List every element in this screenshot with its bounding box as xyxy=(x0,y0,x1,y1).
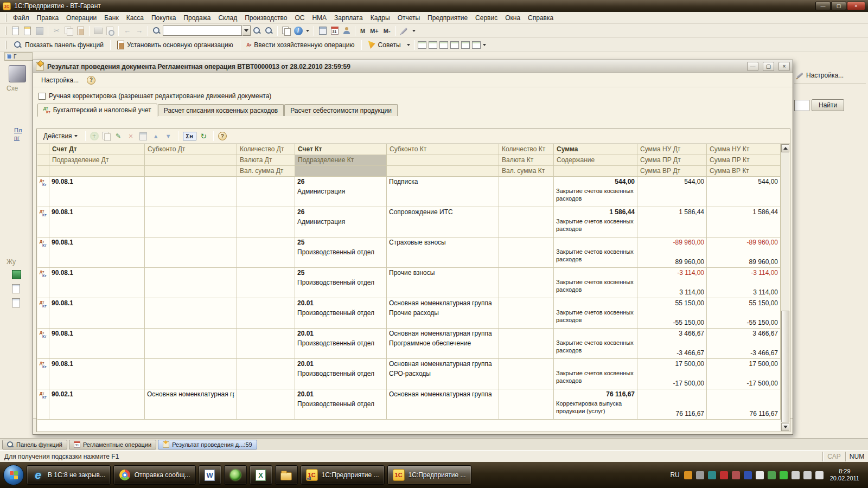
find-previous-icon[interactable] xyxy=(263,25,275,36)
menu-item-16[interactable]: Окна xyxy=(501,13,524,23)
menu-item-5[interactable]: Покупка xyxy=(148,13,180,23)
delete-row-icon[interactable]: × xyxy=(126,131,136,142)
table-cell[interactable]: 26 Администрация xyxy=(295,207,387,237)
table-cell[interactable]: 90.08.1 xyxy=(49,359,145,389)
background-settings-button[interactable]: Настройка... xyxy=(796,72,844,79)
tray-antivirus-icon[interactable] xyxy=(720,471,728,479)
menu-item-3[interactable]: Банк xyxy=(100,13,122,23)
menu-item-10[interactable]: НМА xyxy=(308,13,330,23)
memory-minus-button[interactable]: M- xyxy=(381,27,393,35)
table-cell[interactable]: 90.08.1 xyxy=(49,298,145,329)
table-cell[interactable]: 20.01 Производственный отдел xyxy=(295,389,387,420)
dialog-title-bar[interactable]: Результат проведения документа Регламент… xyxy=(33,60,793,73)
service-wrench-icon[interactable] xyxy=(399,25,410,36)
menu-item-12[interactable]: Кадры xyxy=(367,13,394,23)
table-cell[interactable]: 90.08.1 xyxy=(49,329,145,359)
tray-error-icon[interactable] xyxy=(732,471,740,479)
table-cell[interactable]: 76 116,67 Корректировка выпуска продукци… xyxy=(554,389,637,420)
refresh-icon[interactable]: ↻ xyxy=(199,131,209,142)
taskbar-word-button[interactable]: W xyxy=(199,465,221,485)
table-cell[interactable]: 3 466,67 -3 466,67 xyxy=(707,329,781,359)
doc-settings-icon[interactable] xyxy=(472,41,481,49)
menu-item-8[interactable]: Производство xyxy=(241,13,291,23)
table-cell[interactable]: Основная номенклатурная группа СРО-расхо… xyxy=(387,359,499,389)
table-cell[interactable]: 25 Производственный отдел xyxy=(295,268,387,298)
find-next-icon[interactable] xyxy=(251,25,263,36)
background-link[interactable]: Пл xyxy=(14,127,22,133)
table-cell[interactable]: 17 500,00 -17 500,00 xyxy=(707,359,781,389)
taskbar-chrome-button[interactable]: Отправка сообщ... xyxy=(113,465,196,485)
table-row[interactable]: ДтКт 90.08.1 20.01 Производственный отде… xyxy=(37,359,781,389)
report-sum-table-icon[interactable] xyxy=(418,41,426,49)
back-icon[interactable]: ← xyxy=(122,25,133,36)
table-cell[interactable]: 90.02.1 xyxy=(49,389,145,420)
document-icon[interactable] xyxy=(12,298,20,307)
calculator-icon[interactable] xyxy=(317,25,328,36)
window-tab-scheduled-operations[interactable]: 31 Регламентные операции xyxy=(69,440,156,450)
table-cell[interactable] xyxy=(237,298,295,329)
table-cell[interactable] xyxy=(499,268,554,298)
table-cell[interactable]: 25 Производственный отдел xyxy=(295,237,387,268)
table-cell[interactable]: 544,00 Закрытие счетов косвенных расходо… xyxy=(554,177,637,207)
table-cell[interactable]: ДтКт xyxy=(37,268,49,298)
menu-item-13[interactable]: Отчеты xyxy=(394,13,424,23)
table-cell[interactable]: 1 586,44 xyxy=(707,207,781,237)
table-cell[interactable]: 90.08.1 xyxy=(49,177,145,207)
tray-usb-icon[interactable] xyxy=(768,471,776,479)
table-cell[interactable]: ДтКт xyxy=(37,359,49,389)
memory-plus-button[interactable]: M+ xyxy=(368,27,381,35)
table-cell[interactable]: Основная номенклатурная гр... xyxy=(145,389,237,420)
search-icon[interactable] xyxy=(151,25,162,36)
table-cell[interactable] xyxy=(145,237,237,268)
table-cell[interactable]: 20.01 Производственный отдел xyxy=(295,329,387,359)
menu-item-17[interactable]: Справка xyxy=(524,13,557,23)
document-icon[interactable] xyxy=(12,284,20,293)
table-cell[interactable]: Основная номенклатурная группа Прочие ра… xyxy=(387,298,499,329)
journal-icon[interactable] xyxy=(12,270,21,279)
table-cell[interactable]: Подписка xyxy=(387,177,499,207)
tray-flag-icon[interactable] xyxy=(756,471,764,479)
table-row[interactable]: ДтКт 90.08.1 20.01 Производственный отде… xyxy=(37,298,781,329)
table-cell[interactable]: -3 114,00 3 114,00 xyxy=(707,268,781,298)
help-icon[interactable]: ? xyxy=(87,76,95,85)
menu-item-11[interactable]: Зарплата xyxy=(330,13,367,23)
close-button[interactable]: × xyxy=(847,2,865,10)
minimize-button[interactable]: — xyxy=(815,2,831,10)
tab-indirect-costs[interactable]: Расчет списания косвенных расходов xyxy=(158,104,284,116)
table-cell[interactable]: Основная номенклатурная группа Программн… xyxy=(387,329,499,359)
find-button[interactable]: Найти xyxy=(812,99,844,111)
background-tab[interactable]: Г xyxy=(4,52,33,61)
start-button[interactable] xyxy=(3,465,24,485)
table-cell[interactable]: Прочие взносы xyxy=(387,268,499,298)
table-cell[interactable] xyxy=(499,177,554,207)
user-report-icon[interactable] xyxy=(439,41,448,49)
search-input[interactable] xyxy=(163,25,242,36)
paste-icon[interactable] xyxy=(75,25,86,36)
dialog-minimize-button[interactable]: — xyxy=(747,62,758,71)
tips-button[interactable]: Советы xyxy=(365,40,405,50)
table-cell[interactable] xyxy=(145,207,237,237)
table-cell[interactable]: -89 960,00 89 960,00 xyxy=(707,237,781,268)
menu-item-4[interactable]: Касса xyxy=(123,13,148,23)
menu-item-15[interactable]: Сервис xyxy=(471,13,501,23)
taskbar-excel-button[interactable]: X xyxy=(250,465,272,485)
table-cell[interactable]: 76 116,67 xyxy=(707,389,781,420)
tips-dropdown[interactable] xyxy=(407,44,410,46)
table-cell[interactable] xyxy=(237,207,295,237)
table-cell[interactable]: Закрытие счетов косвенных расходов xyxy=(554,298,637,329)
tray-media-icon[interactable] xyxy=(708,471,716,479)
print-preview-icon[interactable] xyxy=(104,25,116,36)
table-cell[interactable]: ДтКт xyxy=(37,298,49,329)
table-cell[interactable]: Страховые взносы xyxy=(387,237,499,268)
menu-item-2[interactable]: Операции xyxy=(62,13,100,23)
user-lock-icon[interactable] xyxy=(341,25,352,36)
search-dropdown[interactable] xyxy=(242,25,251,36)
print-icon[interactable] xyxy=(92,25,104,36)
window-tab-function-panel[interactable]: Панель функций xyxy=(2,440,67,450)
tray-battery-icon[interactable] xyxy=(792,471,800,479)
table-row[interactable]: ДтКт 90.08.1 25 Производственный отдел П… xyxy=(37,268,781,298)
info-icon[interactable]: i xyxy=(292,25,304,36)
tab-accounting[interactable]: ДтКт Бухгалтерский и налоговый учет xyxy=(37,104,157,117)
table-cell[interactable] xyxy=(145,359,237,389)
toolbar-grip[interactable] xyxy=(5,14,7,22)
